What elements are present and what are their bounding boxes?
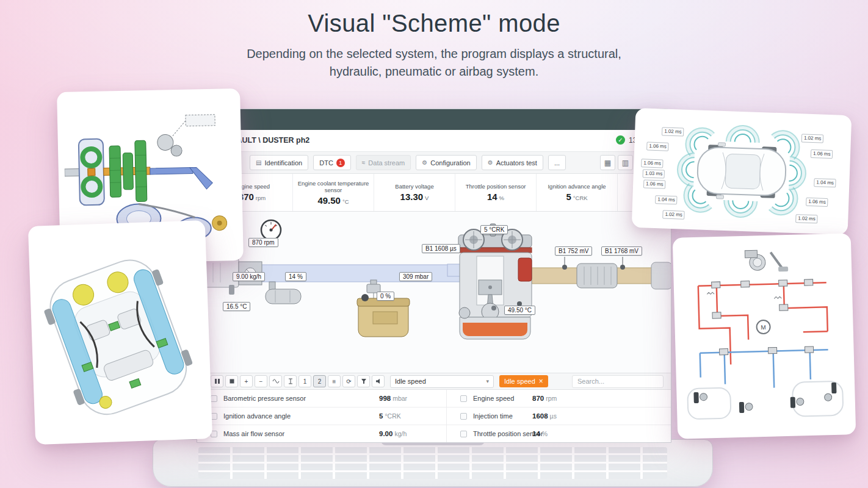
app-titlebar: RENAULT \ DUSTER ph2 ✓ 13. bbox=[197, 130, 671, 152]
promo-stage: Visual "Scheme" mode Depending on the se… bbox=[0, 0, 868, 488]
row-checkbox[interactable] bbox=[460, 431, 467, 437]
tab-identification[interactable]: ▤Identification bbox=[250, 155, 308, 170]
table-left-column: Barometric pressure sensor 998mbar Ignit… bbox=[197, 390, 446, 442]
parking-time-label: 1.02 ms bbox=[662, 127, 684, 136]
tab-actuators-test[interactable]: ⚙Actuators test bbox=[482, 155, 543, 170]
parking-time-label: 1.06 ms bbox=[641, 159, 664, 168]
table-row[interactable]: Ignition advance angle 5°CRK bbox=[197, 407, 446, 425]
table-row[interactable]: Mass air flow sensor 9.00kg/h bbox=[197, 425, 446, 443]
app-window-header bbox=[197, 109, 671, 130]
list-icon: ▤ bbox=[256, 159, 261, 166]
sensor-name: Battery voltage bbox=[395, 183, 433, 190]
parking-time-label: 1.04 ms bbox=[814, 178, 836, 187]
row-checkbox[interactable] bbox=[460, 413, 467, 420]
sensor-card-ignition-advance[interactable]: Ignition advance angle 5°CRK bbox=[536, 174, 617, 211]
gear-icon: ⚙ bbox=[422, 159, 427, 166]
sensor-card-battery-voltage[interactable]: Battery voltage 13.30V bbox=[374, 174, 455, 211]
ibeam-icon bbox=[288, 378, 294, 384]
subtitle-line-2: hydraulic, pneumatic or airbag system. bbox=[330, 65, 538, 78]
sensor-value: 49.50°C bbox=[317, 195, 349, 206]
parking-time-label: 1.02 ms bbox=[662, 210, 685, 220]
pause-icon bbox=[214, 378, 220, 384]
row-checkbox[interactable] bbox=[460, 395, 467, 402]
page-2-button[interactable]: 2 bbox=[313, 375, 326, 387]
diagnostic-app: RENAULT \ DUSTER ph2 ✓ 13. ▤Identificati… bbox=[197, 109, 671, 442]
stream-icon: ≈ bbox=[362, 159, 366, 166]
parking-time-label: 1.06 ms bbox=[643, 179, 666, 188]
sensor-name: Throttle position sensor bbox=[466, 183, 526, 190]
page-1-button[interactable]: 1 bbox=[298, 375, 311, 387]
refresh-button[interactable]: ⟳ bbox=[342, 375, 355, 387]
table-right-column: Engine speed 870rpm Injection time 1608µ… bbox=[446, 390, 671, 442]
sensor-name: Ignition advance angle bbox=[548, 183, 606, 190]
app-tabbar: ▤Identification DTC1 ≈Data stream ⚙Confi… bbox=[197, 152, 671, 174]
sensor-value: 870rpm bbox=[239, 192, 266, 202]
table-row[interactable]: Barometric pressure sensor 998mbar bbox=[197, 390, 446, 407]
dtc-count-badge: 1 bbox=[336, 159, 345, 167]
tab-configuration[interactable]: ⚙Configuration bbox=[416, 155, 476, 170]
group-select-value: Idle speed bbox=[395, 378, 426, 385]
stop-icon bbox=[229, 378, 235, 384]
chart-view-icon[interactable]: ▥ bbox=[618, 155, 633, 170]
scheme-label-lambda-upstream: B1 752 mV bbox=[555, 246, 592, 256]
filter-button[interactable] bbox=[357, 375, 370, 387]
card-hydraulic-scheme: M bbox=[673, 233, 856, 439]
airbag-diagram bbox=[34, 228, 206, 438]
table-row[interactable]: Throttle position sensor 14% bbox=[447, 425, 671, 443]
parking-time-label: 1.06 ms bbox=[811, 149, 833, 159]
parameter-table: Barometric pressure sensor 998mbar Ignit… bbox=[197, 390, 671, 442]
scheme-label-pressure: 309 mbar bbox=[399, 272, 432, 281]
zoom-in-button[interactable]: + bbox=[240, 375, 253, 387]
filter-tag-label: Idle speed bbox=[504, 378, 535, 385]
laptop-base bbox=[153, 439, 713, 487]
laptop-screen: RENAULT \ DUSTER ph2 ✓ 13. ▤Identificati… bbox=[197, 109, 671, 443]
scheme-label-coolant-temp: 49.50 °C bbox=[504, 306, 535, 315]
tab-data-stream[interactable]: ≈Data stream bbox=[356, 155, 411, 170]
wave-icon bbox=[272, 378, 280, 384]
scheme-label-purge-valve: 0 % bbox=[377, 292, 394, 301]
grid-view-icon[interactable]: ▦ bbox=[600, 155, 615, 170]
parking-time-label: 1.03 ms bbox=[643, 169, 665, 178]
stop-button[interactable] bbox=[225, 375, 238, 387]
status-check-icon: ✓ bbox=[616, 135, 625, 145]
sensor-value: 14% bbox=[487, 192, 504, 202]
sensor-value: 5°CRK bbox=[566, 192, 587, 202]
scheme-label-intake-temp: 16.5 °C bbox=[223, 302, 250, 311]
scheme-view: 870 rpm B1 1608 µs 5 °CRK B1 752 mV B1 1… bbox=[197, 212, 671, 373]
parking-time-label: 1.02 ms bbox=[801, 134, 824, 143]
marker-mode-button[interactable] bbox=[284, 375, 297, 387]
graph-mode-button[interactable] bbox=[269, 375, 282, 387]
table-row[interactable]: Engine speed 870rpm bbox=[447, 390, 671, 407]
scheme-label-engine-speed: 870 rpm bbox=[248, 238, 278, 247]
laptop-keyboard bbox=[198, 447, 667, 479]
tab-dtc[interactable]: DTC1 bbox=[313, 155, 351, 170]
list-view-button[interactable]: ≡ bbox=[328, 375, 341, 387]
table-row[interactable]: Injection time 1608µs bbox=[447, 407, 671, 425]
page-subtitle: Depending on the selected system, the pr… bbox=[0, 45, 868, 81]
scheme-label-lambda-downstream: B1 1768 mV bbox=[601, 246, 642, 256]
subtitle-line-1: Depending on the selected system, the pr… bbox=[247, 47, 621, 60]
sensor-value: 13.30V bbox=[400, 192, 429, 202]
tab-more[interactable]: ... bbox=[548, 155, 566, 170]
parking-time-label: 1.06 ms bbox=[646, 142, 669, 151]
sensor-card-throttle-position[interactable]: Throttle position sensor 14% bbox=[455, 174, 536, 211]
pause-button[interactable] bbox=[211, 375, 223, 387]
sensor-name: Engine coolant temperature sensor bbox=[297, 180, 370, 193]
filter-tag[interactable]: Idle speed× bbox=[499, 375, 548, 387]
scheme-label-advance-angle: 5 °CRK bbox=[480, 225, 508, 234]
actuator-icon: ⚙ bbox=[488, 159, 493, 166]
sound-button[interactable] bbox=[372, 375, 385, 387]
remove-filter-icon[interactable]: × bbox=[539, 378, 543, 385]
stream-toolbar: + − 1 2 ≡ ⟳ Idle speed▾ Idle speed× bbox=[197, 373, 671, 390]
search-input[interactable] bbox=[572, 375, 664, 388]
chevron-down-icon: ▾ bbox=[486, 378, 489, 384]
hero: Visual "Scheme" mode Depending on the se… bbox=[0, 0, 868, 81]
sensor-card-coolant-temp[interactable]: Engine coolant temperature sensor 49.50°… bbox=[292, 174, 374, 211]
speaker-icon bbox=[375, 378, 382, 384]
group-select[interactable]: Idle speed▾ bbox=[390, 375, 494, 388]
row-checkbox[interactable] bbox=[211, 395, 217, 402]
card-parking-sensors: 1.02 ms 1.06 ms 1.06 ms 1.03 ms 1.06 ms … bbox=[632, 108, 852, 235]
sensor-card-row: Engine speed 870rpm Engine coolant tempe… bbox=[197, 174, 671, 212]
zoom-out-button[interactable]: − bbox=[255, 375, 267, 387]
page-title: Visual "Scheme" mode bbox=[0, 10, 868, 37]
